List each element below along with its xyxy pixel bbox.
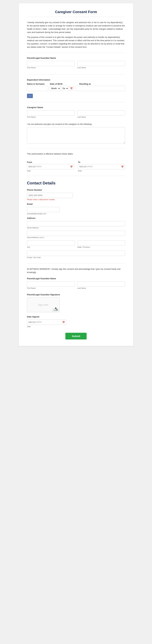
city-input[interactable] <box>27 240 75 246</box>
date-range-row: From 📅 Date To 📅 Date <box>27 158 125 172</box>
date-signed-wrapper: 📅 <box>27 320 66 325</box>
sig-last-name-label: Last Name <box>77 287 125 289</box>
guardian-first-name-label: First Name <box>27 66 75 68</box>
guardian-name-row: First Name Last Name <box>27 61 125 70</box>
caregiver-section-label: Caregiver Name <box>27 106 125 108</box>
from-date-group: From 📅 Date <box>27 158 74 172</box>
caregiver-first-name-group: First Name <box>27 110 75 118</box>
dep-dob-selects: Month JanFebMar AprMayJun JulAugSep OctN… <box>50 86 74 91</box>
dependent-header-row: Name & Surname Date of Birth Residing at <box>27 83 125 85</box>
guardian-section-label: Parent/Legal Guardian Name <box>27 57 125 59</box>
zip-input[interactable] <box>27 251 125 256</box>
sig-first-name-input[interactable] <box>27 282 75 287</box>
submit-button[interactable]: Submit <box>65 333 87 340</box>
caregiver-first-name-label: First Name <box>27 116 75 118</box>
city-sublabel: City <box>27 246 75 248</box>
dep-day-select[interactable]: Day <box>61 86 69 91</box>
add-dependent-button[interactable]: + <box>27 94 33 98</box>
sig-label: Parent/Legal Guardian Signature <box>27 293 125 296</box>
email-input[interactable] <box>27 207 60 212</box>
guardian-last-name-label: Last Name <box>77 66 125 68</box>
from-date-input[interactable] <box>27 164 74 169</box>
phone-input[interactable] <box>27 193 73 198</box>
dep-dob-header: Date of Birth <box>50 83 78 85</box>
sign-here-text: Sign Here <box>38 304 48 306</box>
sig-guardian-name-label: Parent/Legal Guardian Name <box>27 277 125 280</box>
dep-name-input-group <box>27 86 48 91</box>
caregiver-last-name-input[interactable] <box>77 110 125 116</box>
phone-error: Please enter a valid phone number. <box>27 198 73 200</box>
dep-name-input[interactable] <box>27 86 48 91</box>
guardian-first-name-group: First Name <box>27 61 75 68</box>
date-signed-input[interactable] <box>27 320 66 325</box>
contact-section-title: Contact Details <box>27 181 125 186</box>
caregiver-name-row: First Name Last Name <box>27 110 125 120</box>
date-signed-group: 📅 Date <box>27 320 66 328</box>
dep-residing-header: Residing at <box>79 83 125 85</box>
witness-text: IN WITNESS WHEREOF, I hereby sign this c… <box>27 268 125 274</box>
city-group: City <box>27 240 75 248</box>
state-input[interactable] <box>77 240 125 246</box>
dep-month-select[interactable]: Month JanFebMar AprMayJun JulAugSep OctN… <box>50 86 61 91</box>
sig-first-name-group: First Name <box>27 282 75 289</box>
to-date-wrapper: 📅 <box>78 164 125 169</box>
to-date-input[interactable] <box>78 164 125 169</box>
dep-name-header: Name & Surname <box>27 83 48 85</box>
dependent-section-label: Dependent Information <box>27 78 125 81</box>
street1-sublabel: Street Address <box>27 227 125 229</box>
phone-group: Please enter a valid phone number. <box>27 193 73 200</box>
from-date-label: Date <box>27 170 74 172</box>
dep-residing-input-group <box>75 86 125 91</box>
to-date-label: Date <box>78 170 125 172</box>
intro-paragraph-2: The purpose of this consent is to give t… <box>27 36 125 49</box>
address-label: Address <box>27 217 125 219</box>
street2-input[interactable] <box>27 231 125 236</box>
effective-text: This authorization is effective between … <box>27 152 125 156</box>
from-date-wrapper: 📅 <box>27 164 74 169</box>
zip-group: Postal / Zip Code <box>27 251 125 258</box>
consent-textarea[interactable] <box>27 127 125 144</box>
form-container: Caregiver Consent Form I hereby voluntar… <box>19 3 133 346</box>
caregiver-last-name-group: Last Name <box>77 110 125 118</box>
email-group: example@example.com <box>27 207 60 214</box>
authorize-text: I do not authorize and give my consent t… <box>27 122 125 126</box>
caregiver-last-name-label: Last Name <box>77 116 125 118</box>
page-title: Caregiver Consent Form <box>27 10 125 17</box>
sig-last-name-input[interactable] <box>77 282 125 287</box>
phone-label: Phone Number <box>27 189 125 191</box>
sig-last-name-group: Last Name <box>77 282 125 289</box>
caregiver-first-name-input[interactable] <box>27 110 75 116</box>
to-date-group: To 📅 Date <box>78 158 125 172</box>
from-label: From <box>27 161 74 164</box>
dep-dob-group: Month JanFebMar AprMayJun JulAugSep OctN… <box>50 86 74 91</box>
dep-residing-input[interactable] <box>75 86 125 91</box>
date-signed-sublabel: Date <box>27 326 31 328</box>
dep-calendar-icon[interactable]: 📅 <box>69 86 74 91</box>
date-signed-label: Date Signed <box>27 316 125 318</box>
city-state-row: City State / Province <box>27 240 125 250</box>
sig-guardian-name-row: First Name Last Name <box>27 282 125 291</box>
guardian-first-name-input[interactable] <box>27 61 75 66</box>
dependent-row: Month JanFebMar AprMayJun JulAugSep OctN… <box>27 86 125 91</box>
state-group: State / Province <box>77 240 125 248</box>
street1-input[interactable] <box>27 221 125 226</box>
state-sublabel: State / Province <box>77 246 125 248</box>
email-label: Email <box>27 203 125 205</box>
street1-group: Street Address <box>27 221 125 229</box>
to-label: To <box>78 161 125 164</box>
zip-sublabel: Postal / Zip Code <box>27 256 125 258</box>
intro-paragraph-1: I hereby voluntarily give my consent to … <box>27 21 125 34</box>
guardian-last-name-group: Last Name <box>77 61 125 68</box>
street2-sublabel: Street Address Line 2 <box>27 236 125 238</box>
sig-first-name-label: First Name <box>27 287 75 289</box>
clear-signature-button[interactable]: Clear <box>52 309 59 312</box>
guardian-last-name-input[interactable] <box>77 61 125 66</box>
email-placeholder-hint: example@example.com <box>27 213 60 214</box>
signature-wrapper: Sign Here ✒️ Clear <box>27 298 60 312</box>
street2-group: Street Address Line 2 <box>27 231 125 238</box>
